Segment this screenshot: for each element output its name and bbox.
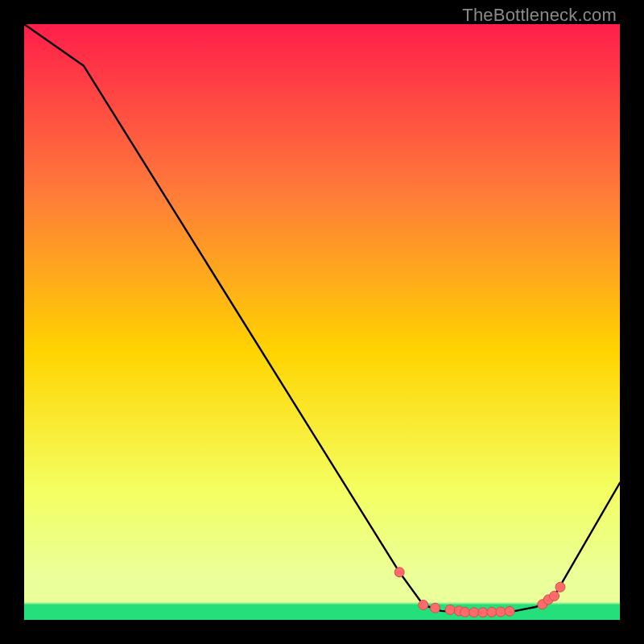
plot-area — [24, 24, 620, 620]
marker-point — [460, 607, 470, 617]
marker-point — [555, 582, 565, 592]
marker-point — [419, 601, 428, 610]
marker-point — [550, 591, 559, 601]
marker-point — [394, 568, 404, 577]
marker-point — [505, 606, 514, 616]
marker-point — [431, 603, 440, 613]
marker-point — [487, 607, 497, 617]
marker-point — [496, 607, 506, 617]
chart-svg — [24, 24, 620, 620]
marker-point — [478, 608, 488, 617]
figure-frame: TheBottleneck.com — [0, 0, 644, 644]
marker-point — [445, 605, 455, 614]
marker-point — [469, 608, 479, 617]
watermark-text: TheBottleneck.com — [462, 5, 617, 26]
